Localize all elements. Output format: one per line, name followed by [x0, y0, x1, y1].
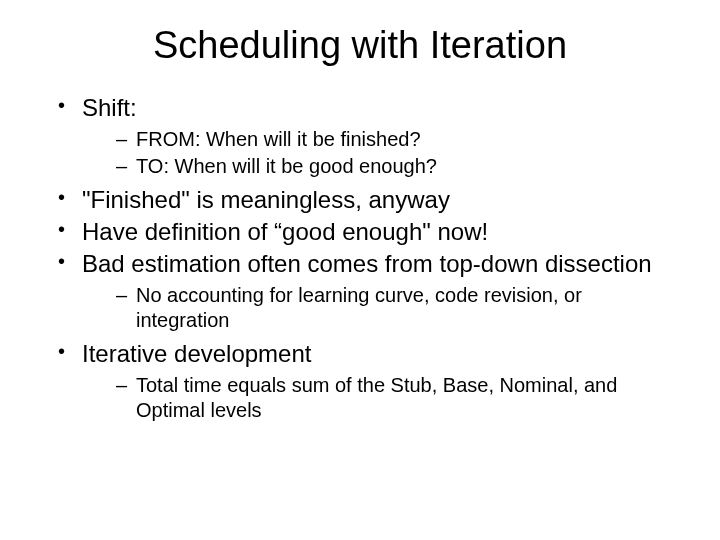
sub-bullet-text: TO: When will it be good enough?	[136, 155, 437, 177]
bullet-text: Bad estimation often comes from top-down…	[82, 250, 652, 277]
bullet-item: Iterative development Total time equals …	[58, 339, 680, 423]
sub-bullet-item: Total time equals sum of the Stub, Base,…	[116, 373, 680, 423]
sub-bullet-item: FROM: When will it be finished?	[116, 127, 680, 152]
sub-bullet-text: No accounting for learning curve, code r…	[136, 284, 582, 331]
sub-bullet-item: TO: When will it be good enough?	[116, 154, 680, 179]
bullet-list: Shift: FROM: When will it be finished? T…	[40, 93, 680, 423]
sub-list: FROM: When will it be finished? TO: When…	[82, 127, 680, 179]
bullet-item: Bad estimation often comes from top-down…	[58, 249, 680, 333]
bullet-text: Shift:	[82, 94, 137, 121]
sub-list: No accounting for learning curve, code r…	[82, 283, 680, 333]
sub-bullet-text: FROM: When will it be finished?	[136, 128, 421, 150]
sub-bullet-text: Total time equals sum of the Stub, Base,…	[136, 374, 617, 421]
sub-list: Total time equals sum of the Stub, Base,…	[82, 373, 680, 423]
sub-bullet-item: No accounting for learning curve, code r…	[116, 283, 680, 333]
slide: Scheduling with Iteration Shift: FROM: W…	[0, 0, 720, 540]
slide-title: Scheduling with Iteration	[40, 24, 680, 67]
bullet-item: "Finished" is meaningless, anyway	[58, 185, 680, 215]
bullet-item: Have definition of “good enough" now!	[58, 217, 680, 247]
bullet-text: Have definition of “good enough" now!	[82, 218, 488, 245]
bullet-text: "Finished" is meaningless, anyway	[82, 186, 450, 213]
bullet-item: Shift: FROM: When will it be finished? T…	[58, 93, 680, 179]
bullet-text: Iterative development	[82, 340, 311, 367]
